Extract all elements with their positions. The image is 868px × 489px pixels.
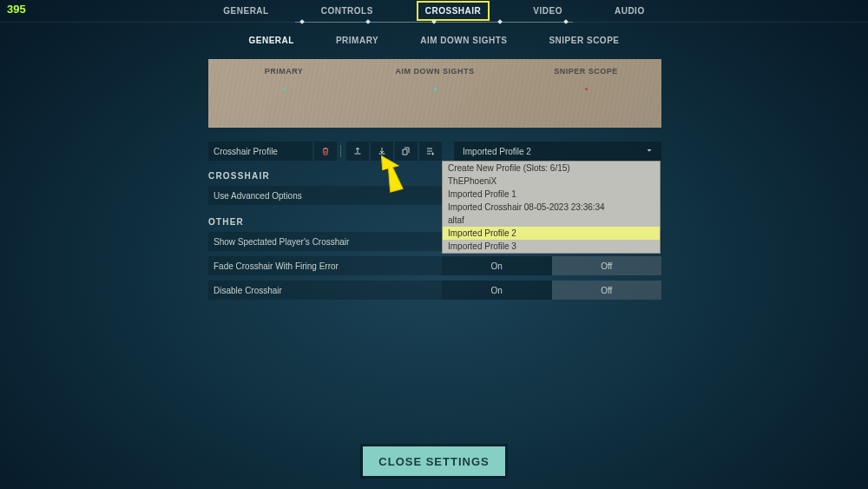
row-label: Fade Crosshair With Firing Error xyxy=(208,261,442,271)
row-label: Use Advanced Options xyxy=(208,191,442,201)
subtab-ads[interactable]: AIM DOWN SIGHTS xyxy=(417,33,510,48)
toggle-off[interactable]: Off xyxy=(552,281,662,300)
list-plus-icon xyxy=(425,146,436,156)
upload-icon xyxy=(352,146,363,156)
profile-toolbar: Crosshair Profile Imported Profile 2 xyxy=(208,142,661,161)
dropdown-option[interactable]: Imported Crosshair 08-05-2023 23:36:34 xyxy=(443,201,660,214)
preview-label: SNIPER SCOPE xyxy=(554,67,618,76)
duplicate-profile-button[interactable] xyxy=(419,142,442,161)
trash-icon xyxy=(320,146,331,156)
top-nav: GENERAL CONTROLS CROSSHAIR VIDEO AUDIO xyxy=(0,3,868,19)
dropdown-option[interactable]: Imported Profile 3 xyxy=(443,240,660,253)
toggle: On Off xyxy=(442,281,661,300)
tab-controls[interactable]: CONTROLS xyxy=(314,3,380,19)
toggle-off[interactable]: Off xyxy=(552,256,662,275)
subtab-sniper[interactable]: SNIPER SCOPE xyxy=(545,33,622,48)
profile-label: Crosshair Profile xyxy=(208,142,312,161)
tab-general[interactable]: GENERAL xyxy=(216,3,275,19)
row-label: Disable Crosshair xyxy=(208,286,442,295)
copy-icon xyxy=(401,146,411,156)
crosshair-dot-icon xyxy=(283,88,286,90)
subtab-primary[interactable]: PRIMARY xyxy=(332,33,382,48)
sub-nav: GENERAL PRIMARY AIM DOWN SIGHTS SNIPER S… xyxy=(0,33,868,48)
row-label: Show Spectated Player's Crosshair xyxy=(208,237,442,247)
tab-audio[interactable]: AUDIO xyxy=(608,3,652,19)
import-profile-button[interactable] xyxy=(371,142,393,161)
toggle-on[interactable]: On xyxy=(442,256,552,275)
tab-crosshair[interactable]: CROSSHAIR xyxy=(418,3,489,19)
toolbar-divider xyxy=(340,145,341,157)
export-profile-button[interactable] xyxy=(346,142,369,161)
profile-select[interactable]: Imported Profile 2 xyxy=(454,142,661,161)
copy-profile-button[interactable] xyxy=(395,142,418,161)
crosshair-dot-icon xyxy=(585,88,588,90)
close-settings-button[interactable]: CLOSE SETTINGS xyxy=(363,446,505,476)
preview-label: AIM DOWN SIGHTS xyxy=(396,67,475,76)
dropdown-option[interactable]: altaf xyxy=(443,214,660,227)
tab-video[interactable]: VIDEO xyxy=(526,3,569,19)
delete-profile-button[interactable] xyxy=(314,142,337,161)
toggle-on[interactable]: On xyxy=(442,281,552,300)
crosshair-dot-icon xyxy=(434,88,437,90)
row-fade-firing-error: Fade Crosshair With Firing Error On Off xyxy=(208,256,661,275)
preview-sniper: SNIPER SCOPE xyxy=(510,59,661,128)
preview-primary: PRIMARY xyxy=(208,59,359,128)
chevron-down-icon xyxy=(644,145,654,157)
profile-selected-value: Imported Profile 2 xyxy=(463,147,531,156)
dropdown-option[interactable]: ThEPhoeniX xyxy=(443,175,660,188)
download-icon xyxy=(377,146,387,156)
row-disable-crosshair: Disable Crosshair On Off xyxy=(208,281,661,300)
dropdown-option[interactable]: Imported Profile 2 xyxy=(443,227,660,240)
preview-label: PRIMARY xyxy=(265,67,304,76)
preview-ads: AIM DOWN SIGHTS xyxy=(359,59,510,128)
subtab-general[interactable]: GENERAL xyxy=(246,33,298,48)
top-nav-divider xyxy=(0,22,868,23)
dropdown-option[interactable]: Create New Profile (Slots: 6/15) xyxy=(443,162,660,175)
crosshair-preview: PRIMARY AIM DOWN SIGHTS SNIPER SCOPE xyxy=(208,59,661,128)
toggle: On Off xyxy=(442,256,661,275)
dropdown-option[interactable]: Imported Profile 1 xyxy=(443,188,660,201)
profile-dropdown[interactable]: Create New Profile (Slots: 6/15) ThEPhoe… xyxy=(442,161,661,254)
